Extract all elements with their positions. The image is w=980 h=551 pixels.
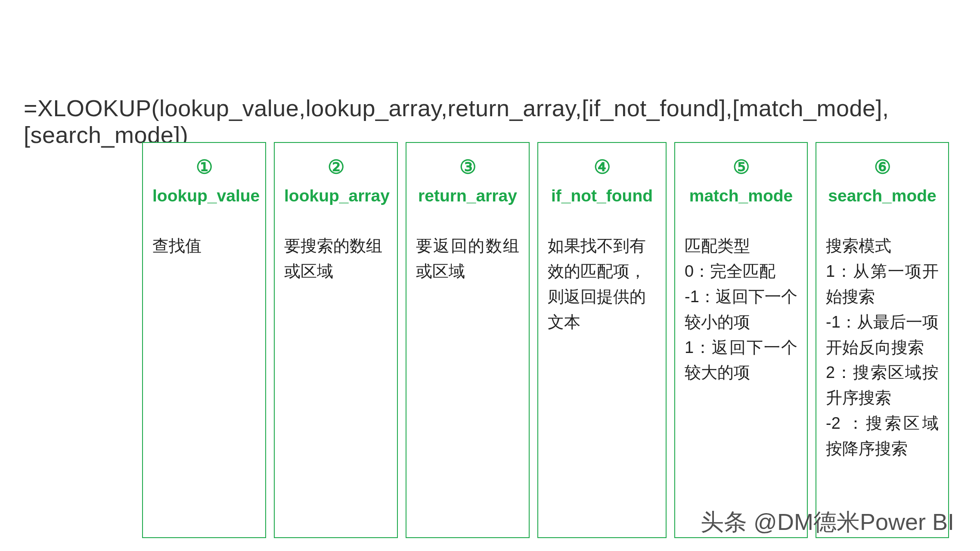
card-search-mode: ⑥ search_mode 搜索模式1：从第一项开始搜索-1：从最后一项开始反向… [816, 142, 949, 538]
card-title: lookup_array [284, 186, 388, 205]
card-number: ⑥ [826, 156, 939, 178]
card-if-not-found: ④ if_not_found 如果找不到有效的匹配项，则返回提供的文本 [537, 142, 667, 538]
card-lookup-value: ① lookup_value 查找值 [142, 142, 266, 538]
card-desc: 要搜索的数组或区域 [284, 233, 388, 284]
card-title: return_array [416, 186, 519, 205]
card-title: lookup_value [152, 186, 256, 205]
card-title: search_mode [826, 186, 939, 205]
card-desc: 匹配类型0：完全匹配-1：返回下一个较小的项1：返回下一个较大的项 [685, 233, 797, 385]
card-title: match_mode [685, 186, 797, 205]
card-desc: 搜索模式1：从第一项开始搜索-1：从最后一项开始反向搜索2：搜索区域按升序搜索-… [826, 233, 939, 461]
card-desc: 要返回的数组或区域 [416, 233, 519, 284]
formula-text: =XLOOKUP(lookup_value,lookup_array,retur… [24, 95, 980, 148]
card-number: ④ [548, 156, 656, 178]
card-return-array: ③ return_array 要返回的数组或区域 [406, 142, 530, 538]
cards-container: ① lookup_value 查找值 ② lookup_array 要搜索的数组… [142, 142, 949, 538]
card-title: if_not_found [548, 186, 656, 205]
card-lookup-array: ② lookup_array 要搜索的数组或区域 [274, 142, 398, 538]
card-number: ⑤ [685, 156, 797, 178]
card-match-mode: ⑤ match_mode 匹配类型0：完全匹配-1：返回下一个较小的项1：返回下… [674, 142, 808, 538]
card-number: ② [284, 156, 388, 178]
card-number: ③ [416, 156, 519, 178]
card-desc: 查找值 [152, 233, 256, 259]
card-desc: 如果找不到有效的匹配项，则返回提供的文本 [548, 233, 656, 335]
watermark-text: 头条 @DM德米Power BI [701, 507, 954, 538]
card-number: ① [152, 156, 256, 178]
